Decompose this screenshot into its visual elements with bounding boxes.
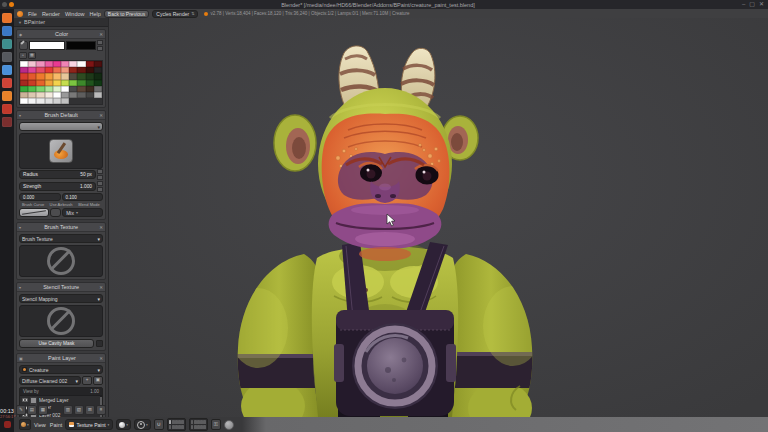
settings-gear-icon[interactable]: [2, 65, 12, 75]
3d-viewport[interactable]: [108, 18, 768, 417]
back-to-previous-button[interactable]: Back to Previous: [104, 10, 150, 18]
chevron-updown-icon: ⇅: [191, 11, 194, 17]
palette-swatch[interactable]: [61, 98, 69, 104]
close-icon[interactable]: ✕: [99, 356, 103, 361]
palette-swatch[interactable]: [77, 92, 85, 98]
stencil-mapping-dropdown[interactable]: Stencil Mapping ▾: [19, 294, 103, 303]
brush-panel-header[interactable]: ▾ Brush Default ✕: [17, 111, 105, 120]
palette-swatch[interactable]: [69, 92, 77, 98]
menu-window[interactable]: Window: [65, 11, 85, 17]
foreground-color-swatch[interactable]: [29, 41, 65, 50]
spacing-slider[interactable]: 0.100: [62, 193, 104, 201]
color-panel-header[interactable]: ◆ Color ✕: [17, 30, 105, 39]
stencil-header[interactable]: ▾ Stencil Texture ✕: [17, 283, 105, 292]
radius-pressure-toggle[interactable]: [97, 169, 103, 180]
add-palette-color-button[interactable]: +: [19, 52, 27, 59]
strength-slider[interactable]: Strength 1.000: [19, 182, 96, 191]
channel-image-button[interactable]: ▣: [93, 376, 103, 385]
viewport-menu-paint[interactable]: Paint: [50, 422, 63, 428]
pivot-dropdown[interactable]: ▾: [134, 419, 151, 430]
strength-pressure-toggle[interactable]: [97, 181, 103, 192]
swap-colors-buttons[interactable]: [97, 40, 103, 51]
blend-mode-label: Blend Mode: [75, 202, 103, 207]
brush-texture-dropdown[interactable]: Brush Texture ▾: [19, 234, 103, 243]
lock-icon[interactable]: ⚿: [211, 419, 221, 430]
palette-swatch[interactable]: [45, 98, 53, 104]
menu-render[interactable]: Render: [42, 11, 60, 17]
pin-icon[interactable]: ◆: [19, 32, 22, 37]
eye-icon[interactable]: [22, 398, 28, 402]
stencil-thumbnail[interactable]: [19, 305, 103, 337]
palette-swatch[interactable]: [28, 98, 36, 104]
app-red-icon[interactable]: [2, 104, 12, 114]
brush-thumbnail[interactable]: [19, 133, 103, 169]
blend-mode-dropdown[interactable]: Mix ▾: [62, 208, 103, 217]
eyedropper-icon[interactable]: [19, 41, 28, 50]
mode-dropdown[interactable]: Texture Paint ▾: [65, 419, 113, 430]
jitter-slider[interactable]: 0.000: [19, 193, 61, 201]
minimize-button[interactable]: –: [742, 0, 745, 9]
scene-layers-widget[interactable]: [167, 418, 186, 431]
firefox-icon[interactable]: [2, 13, 12, 23]
app-blue-icon[interactable]: [2, 26, 12, 36]
app-gray-icon[interactable]: [2, 52, 12, 62]
scene-layers-widget-2[interactable]: [189, 418, 208, 431]
editor-type-dropdown[interactable]: ▾: [19, 419, 31, 430]
palette-swatch[interactable]: [94, 92, 102, 98]
footer-opt4-button[interactable]: ≡: [96, 405, 106, 415]
close-icon[interactable]: ✕: [99, 113, 103, 118]
background-color-swatch[interactable]: [66, 41, 96, 50]
cavity-checkbox[interactable]: [96, 340, 103, 347]
close-icon[interactable]: ✕: [99, 285, 103, 290]
brush-texture-thumbnail[interactable]: [19, 245, 103, 277]
collapse-arrow-icon[interactable]: ▾: [19, 285, 21, 290]
paint-layer-header[interactable]: ▣ Paint Layer ✕: [17, 354, 105, 363]
palette-options-button[interactable]: ▦: [28, 52, 36, 59]
render-engine-dropdown[interactable]: Cycles Render ⇅: [152, 10, 198, 18]
collapse-arrow-icon[interactable]: ▾: [19, 113, 21, 118]
footer-opt1-button[interactable]: ▥: [63, 405, 73, 415]
radius-slider[interactable]: Radius 50 px: [19, 170, 96, 179]
brush-curve-button[interactable]: [19, 208, 49, 217]
use-cavity-mask-button[interactable]: Use Cavity Mask: [19, 339, 94, 348]
footer-brush-button[interactable]: ✎: [16, 405, 26, 415]
palette-swatch[interactable]: [86, 92, 94, 98]
menu-help[interactable]: Help: [89, 11, 100, 17]
layer-row[interactable]: Merged Layer: [20, 396, 102, 404]
maximize-button[interactable]: ▢: [749, 0, 755, 9]
collapse-arrow-icon[interactable]: ▾: [19, 225, 21, 230]
footer-opt3-button[interactable]: ⊞: [85, 405, 95, 415]
app-orange-p-icon[interactable]: [2, 91, 12, 101]
matcap-sphere-icon[interactable]: [224, 420, 234, 430]
shading-dropdown[interactable]: ▾: [116, 419, 131, 430]
brush-preset-dropdown[interactable]: ▾: [19, 122, 103, 131]
chrome-icon[interactable]: [2, 78, 12, 88]
footer-opt2-button[interactable]: ▧: [74, 405, 84, 415]
palette-swatch[interactable]: [53, 98, 61, 104]
close-icon[interactable]: ✕: [99, 225, 103, 230]
app-teal-icon[interactable]: [2, 39, 12, 49]
channel-dropdown[interactable]: Diffuse Cleaned 002 ▾: [19, 376, 81, 385]
tab-bpainter[interactable]: ▼BPainter: [14, 18, 108, 27]
snap-magnet-toggle[interactable]: ∪: [154, 419, 164, 430]
app-maroon-icon[interactable]: [2, 117, 12, 127]
viewport-editor-icon: [21, 422, 26, 427]
blender-logo-icon[interactable]: [17, 11, 23, 17]
close-button[interactable]: ✕: [759, 0, 764, 9]
record-icon[interactable]: [4, 421, 11, 428]
menu-file[interactable]: File: [28, 11, 37, 17]
viewport-menu-view[interactable]: View: [34, 422, 46, 428]
brush-texture-header[interactable]: ▾ Brush Texture ✕: [17, 223, 105, 232]
airbrush-toggle[interactable]: [50, 208, 61, 217]
layer-list-header[interactable]: View by 1.00: [20, 388, 102, 396]
tab-label: BPainter: [24, 19, 45, 25]
palette-swatch[interactable]: [36, 98, 44, 104]
footer-mask-button[interactable]: ▦: [38, 405, 48, 415]
footer-fill-button[interactable]: ▤: [27, 405, 37, 415]
add-channel-button[interactable]: +: [82, 376, 92, 385]
palette-swatch[interactable]: [20, 98, 28, 104]
window-menu-icon[interactable]: [2, 2, 7, 7]
object-dropdown[interactable]: Creature ▾: [19, 365, 103, 374]
close-icon[interactable]: ✕: [99, 32, 103, 37]
jitter-value: 0.000: [23, 195, 34, 200]
